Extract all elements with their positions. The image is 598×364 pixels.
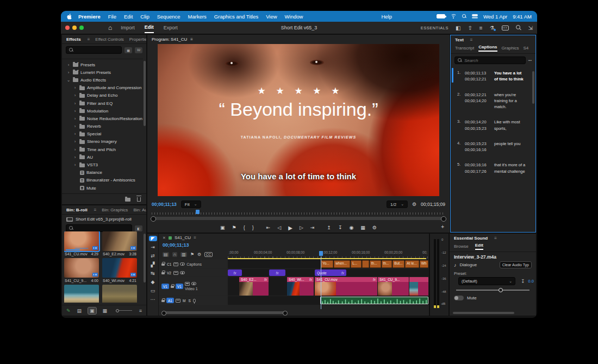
timeline-playhead[interactable] — [321, 256, 321, 309]
extract-icon[interactable]: ↧ — [338, 225, 342, 230]
spotlight-search-icon[interactable] — [462, 14, 466, 18]
menu-window[interactable]: Window — [285, 14, 303, 20]
bin-search-input[interactable] — [66, 224, 132, 232]
sync-lock-icon[interactable] — [173, 271, 178, 275]
nav-export[interactable]: Export — [164, 23, 178, 33]
edit-pencil-icon[interactable]: ✎ — [66, 308, 71, 313]
lock-icon[interactable] — [161, 272, 165, 275]
lock-icon[interactable] — [171, 286, 174, 288]
bin-scrollbar[interactable] — [144, 234, 146, 283]
ripple-edit-tool-icon[interactable]: ⇄ — [151, 253, 155, 259]
sync-lock-icon[interactable] — [185, 282, 190, 286]
sort-icon[interactable]: ≡ — [139, 308, 142, 313]
tree-item-binauralizer[interactable]: Binauralizer - Ambisonics — [62, 177, 143, 184]
sync-lock-icon[interactable] — [173, 262, 178, 266]
chevron-right-icon[interactable]: › — [73, 131, 77, 136]
tree-item-time-pitch[interactable]: ›Time and Pitch — [62, 146, 143, 153]
caption-track-badge[interactable]: C1 — [166, 262, 172, 266]
battery-icon[interactable] — [437, 14, 445, 18]
chevron-right-icon[interactable]: › — [73, 155, 77, 160]
playback-resolution-dropdown[interactable]: 1/2⌄ — [387, 200, 408, 208]
add-button-icon[interactable]: + — [441, 224, 444, 230]
panel-menu-icon[interactable]: ≡ — [88, 37, 90, 42]
tree-item-filter-eq[interactable]: ›Filter and EQ — [62, 99, 143, 107]
caption-clip[interactable]: At le... — [405, 260, 419, 268]
progress-dashboard-icon[interactable]: ≡ — [479, 25, 483, 31]
voiceover-mic-icon[interactable] — [193, 299, 196, 303]
tree-item-modulation[interactable]: ›Modulation — [62, 107, 143, 115]
export-frame-icon[interactable]: ◉ — [349, 225, 353, 230]
program-playhead[interactable] — [196, 210, 200, 214]
program-zoom-scrollbar[interactable] — [152, 217, 445, 220]
tree-item-presets[interactable]: ›Presets — [62, 61, 143, 68]
home-icon[interactable]: ⌂ — [108, 24, 112, 32]
panel-menu-icon[interactable]: ≡ — [470, 37, 473, 42]
v1-track-lane[interactable]: S40_E2...fx S40_WI...fx S41_CU.movfx — [228, 277, 429, 296]
program-video-frame[interactable]: ★ ★ ★ ★ ★ “ Beyond inspiring.” TATIANA N… — [158, 44, 439, 196]
chevron-right-icon[interactable]: › — [73, 147, 77, 152]
caption-clip[interactable]: L... — [351, 260, 362, 268]
v1-track-badge[interactable]: V1 — [176, 284, 183, 289]
clear-audio-type-button[interactable]: Clear Audio Typ — [500, 261, 532, 268]
add-marker-icon[interactable]: ⚑ — [190, 252, 194, 257]
tab-s4[interactable]: S4 — [524, 46, 529, 51]
graphic-clip[interactable]: fx — [228, 269, 242, 276]
comments-icon[interactable]: ••• — [502, 26, 509, 30]
32bit-effects-icon[interactable]: 32 — [135, 47, 142, 53]
bin-clip-s41-cu[interactable]: S41_CU.mov4:29 — [64, 231, 99, 256]
video-clip-s40-wi[interactable]: S40_WI...fx — [287, 277, 314, 296]
close-window-button[interactable] — [65, 26, 70, 30]
tab-transcript[interactable]: Transcript — [455, 46, 474, 51]
chevron-right-icon[interactable]: › — [73, 124, 77, 129]
chevron-right-icon[interactable]: › — [73, 139, 77, 144]
selection-tool-icon[interactable]: ◤ — [149, 236, 157, 241]
graphic-clip[interactable]: fx — [269, 269, 285, 276]
menu-edit[interactable]: Edit — [124, 14, 133, 20]
audio-clip-interview[interactable] — [320, 297, 428, 304]
linked-selection-icon[interactable]: ▥ — [180, 252, 187, 257]
v2-track-lane[interactable]: fx fx Quotefx — [228, 269, 429, 277]
captions-menu-dots-icon[interactable]: ••• — [528, 59, 532, 62]
panel-menu-icon[interactable]: ≡ — [494, 236, 497, 241]
timeline-settings-wrench-icon[interactable]: ⚙ — [197, 252, 201, 257]
tab-browse[interactable]: Browse — [454, 244, 469, 249]
chevron-right-icon[interactable]: › — [66, 62, 71, 67]
slip-tool-icon[interactable]: ↹ — [151, 271, 155, 276]
razor-tool-icon[interactable]: ▞ — [151, 262, 155, 267]
tab-properties[interactable]: Propertie — [129, 37, 146, 42]
tree-item-panner[interactable]: Panner - Ambisonics — [62, 192, 143, 192]
caption-clip[interactable]: Wh — [420, 260, 428, 268]
nav-edit[interactable]: Edit — [145, 22, 154, 33]
tree-item-noise-reduction[interactable]: ›Noise Reduction/Restoration — [62, 115, 143, 122]
lock-icon[interactable] — [161, 300, 165, 303]
v2-track-badge[interactable]: V2 — [166, 271, 172, 275]
caption-row-4[interactable]: 4. 00;00;15;2300;00;16;16 people tell yo… — [451, 139, 535, 155]
caption-text[interactable]: Like with most sports, — [494, 119, 526, 131]
thumbnail-zoom-slider[interactable] — [116, 310, 132, 311]
wifi-icon[interactable] — [451, 14, 457, 19]
menubar-clock[interactable]: 9:41 AM — [513, 14, 532, 20]
panel-menu-icon[interactable]: ≡ — [94, 208, 97, 212]
add-marker-icon[interactable]: ⚑ — [232, 225, 236, 230]
control-center-icon[interactable] — [472, 14, 478, 19]
workspaces-icon[interactable]: ◧ — [456, 25, 460, 31]
clip-thumbnail[interactable] — [64, 285, 99, 303]
clip-thumbnail[interactable] — [64, 231, 99, 251]
apple-menu-icon[interactable] — [66, 13, 72, 20]
caption-track-lane[interactable]: Yo... when... L... th... th... But... At… — [228, 260, 429, 268]
mark-in-icon[interactable]: { — [244, 225, 245, 230]
caption-text[interactable]: when you're training for a match. — [494, 92, 526, 110]
timeline-hscrollbar[interactable] — [163, 311, 286, 314]
step-forward-icon[interactable]: ▷ — [300, 225, 303, 230]
caption-row-2[interactable]: 2. 00;00;12;2100;00;14;20 when you're tr… — [451, 90, 535, 112]
tab-bin-graphics[interactable]: Bin: Graphics — [102, 208, 128, 212]
menu-clip[interactable]: Clip — [140, 14, 149, 20]
menu-premiere[interactable]: Premiere — [78, 14, 101, 20]
sequence-tab-label[interactable]: S41_CU — [175, 235, 191, 240]
menu-markers[interactable]: Markers — [188, 14, 207, 20]
save-preset-icon[interactable]: ↧ — [521, 279, 525, 284]
button-editor-settings-icon[interactable]: ⚙ — [372, 225, 377, 230]
go-to-in-icon[interactable]: ⇤ — [266, 225, 271, 230]
more-tools-icon[interactable]: ⋯ — [151, 297, 155, 302]
mark-out-icon[interactable]: } — [252, 225, 254, 230]
